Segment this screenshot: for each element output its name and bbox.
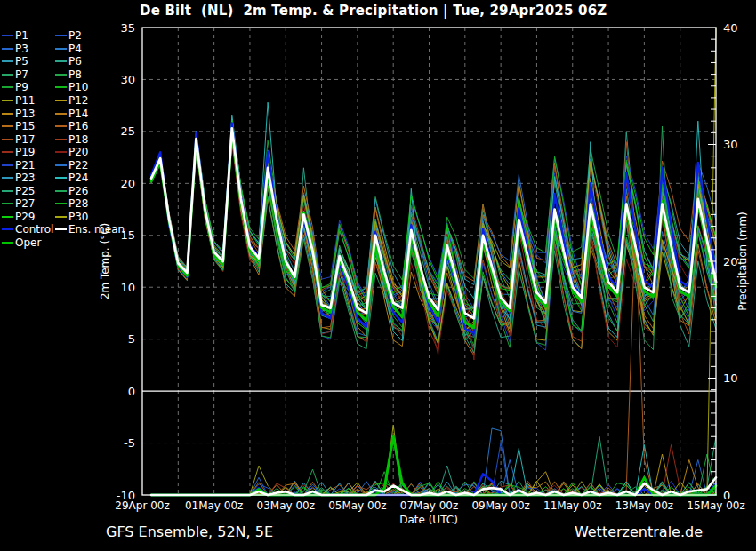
gridlines [142, 28, 716, 495]
svg-text:30: 30 [120, 73, 135, 86]
svg-text:15May 00z: 15May 00z [687, 499, 744, 512]
svg-text:20: 20 [120, 177, 135, 190]
svg-text:03May 00z: 03May 00z [257, 499, 315, 512]
svg-text:29Apr 00z: 29Apr 00z [115, 499, 169, 512]
svg-text:15: 15 [120, 228, 135, 242]
svg-text:30: 30 [723, 138, 738, 151]
svg-text:09May 00z: 09May 00z [471, 499, 529, 512]
site-credit-label: Wetterzentrale.de [575, 523, 703, 540]
temp-axis-label: 2m Temp. (°C) [99, 223, 111, 300]
svg-text:-5: -5 [124, 436, 135, 450]
svg-text:10: 10 [723, 371, 738, 385]
svg-text:05May 00z: 05May 00z [328, 499, 386, 512]
svg-text:25: 25 [120, 124, 135, 138]
svg-text:0: 0 [128, 385, 135, 398]
svg-text:40: 40 [723, 21, 738, 35]
precip-axis-label: Precipitation (mm) [736, 212, 749, 311]
plot-frame [142, 28, 716, 495]
svg-text:11May 00z: 11May 00z [543, 499, 601, 512]
svg-text:01May 00z: 01May 00z [185, 499, 243, 512]
model-info-label: GFS Ensemble, 52N, 5E [106, 523, 273, 540]
meteogram-screen: De Bilt (NL) 2m Temp. & Precipitation | … [0, 0, 756, 551]
svg-text:07May 00z: 07May 00z [400, 499, 458, 512]
svg-text:5: 5 [128, 332, 135, 346]
svg-text:13May 00z: 13May 00z [615, 499, 673, 512]
date-axis-label: Date (UTC) [399, 514, 458, 526]
svg-text:35: 35 [120, 21, 135, 35]
ensemble-plot: 35302520151050-5-1040302010029Apr 00z01M… [0, 0, 756, 551]
svg-text:10: 10 [120, 281, 135, 294]
axis-labels: 35302520151050-5-1040302010029Apr 00z01M… [99, 21, 749, 527]
